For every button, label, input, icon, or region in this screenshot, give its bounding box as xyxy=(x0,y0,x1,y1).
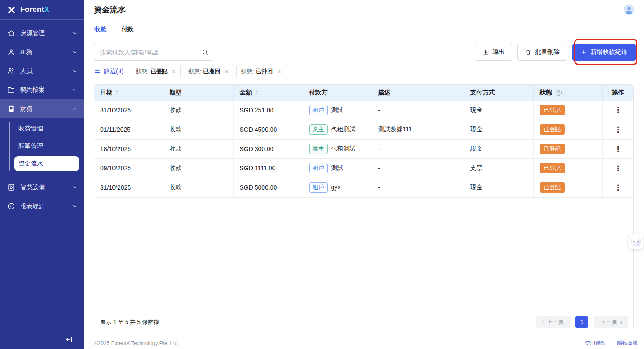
sidebar-nav: 房源管理 租務 人員 xyxy=(0,20,84,216)
more-actions-icon[interactable]: ⋮ xyxy=(614,183,622,192)
filter-chip-withdrawn: 狀態: 已撤回 ✕ xyxy=(184,65,233,78)
terms-link[interactable]: 使用條款 xyxy=(585,339,606,347)
chevron-down-icon xyxy=(72,87,77,92)
search-box xyxy=(94,44,213,61)
sidebar-item-fund-flow[interactable]: 資金流水 xyxy=(14,156,79,171)
tab-payments[interactable]: 付款 xyxy=(121,19,134,40)
more-actions-icon[interactable]: ⋮ xyxy=(614,126,622,134)
sidebar-item-leasing[interactable]: 租務 xyxy=(0,43,84,61)
current-page-button[interactable]: 1 xyxy=(575,316,588,328)
table-row: 01/11/2025 收款 SGD 4500.00 業主包租測試 測試數據111… xyxy=(94,120,633,139)
payer-tag: 租戶 xyxy=(309,182,328,193)
footer-links: 使用條款 隱私政策 xyxy=(585,339,638,347)
trash-icon xyxy=(525,49,532,56)
sidebar-item-fee-management[interactable]: 收費管理 xyxy=(0,120,84,137)
search-icon[interactable] xyxy=(202,49,209,56)
batch-delete-button[interactable]: 批量刪除 xyxy=(517,44,567,61)
page-title: 資金流水 xyxy=(94,4,126,15)
smart-device-icon xyxy=(7,183,15,191)
export-button[interactable]: 導出 xyxy=(475,44,512,61)
sidebar-item-properties[interactable]: 房源管理 xyxy=(0,24,84,43)
transactions-table-card: 日期 類型 金額 付款方 描述 xyxy=(94,84,634,331)
tab-receipts[interactable]: 收款 xyxy=(94,19,107,40)
footer-divider xyxy=(611,341,611,346)
copyright-text: ©2025 ForentX Technology Pte. Ltd. xyxy=(94,340,179,346)
filter-chip-reversed: 狀態: 已沖回 ✕ xyxy=(236,65,286,78)
sidebar-item-bill-management[interactable]: 賬單管理 xyxy=(0,137,84,155)
prev-page-button[interactable]: ‹ 上一頁 xyxy=(536,316,570,328)
users-icon xyxy=(7,67,15,75)
filter-button[interactable]: 篩選(3) xyxy=(94,68,123,76)
chevron-down-icon xyxy=(72,185,77,190)
column-header-method: 支付方式 xyxy=(464,85,533,101)
assistant-widget-button[interactable]: >‿< xyxy=(629,234,643,249)
sidebar: ForentX 房源管理 租務 xyxy=(0,0,84,349)
pagination-controls: ‹ 上一頁 1 下一頁 › xyxy=(536,316,628,328)
sort-icon[interactable] xyxy=(115,90,119,96)
brand-logo: ForentX xyxy=(0,0,84,19)
sidebar-item-reports[interactable]: 報表統計 xyxy=(0,197,84,216)
column-header-status: 狀態 ? xyxy=(533,85,602,101)
sidebar-item-finance[interactable]: 財務 xyxy=(0,99,84,118)
chevron-right-icon: › xyxy=(620,319,622,325)
chevron-down-icon xyxy=(72,50,77,54)
sort-icon[interactable] xyxy=(255,90,259,96)
pagination-bar: 展示 1 至 5 共 5 條數據 ‹ 上一頁 1 下一頁 › xyxy=(94,313,633,331)
folder-icon xyxy=(7,86,15,94)
close-icon[interactable]: ✕ xyxy=(277,69,281,75)
close-icon[interactable]: ✕ xyxy=(172,69,176,75)
search-input[interactable] xyxy=(94,44,213,61)
clock-chart-icon xyxy=(7,202,15,210)
add-receipt-record-button[interactable]: 新增收款紀錄 xyxy=(572,44,636,61)
chevron-up-icon xyxy=(72,106,77,111)
footer: ©2025 ForentX Technology Pte. Ltd. 使用條款 … xyxy=(84,337,644,349)
sidebar-item-contracts[interactable]: 契約檔案 xyxy=(0,80,84,99)
status-badge: 已登記 xyxy=(540,144,565,154)
topbar: 資金流水 xyxy=(84,0,644,19)
column-header-description: 描述 xyxy=(372,85,464,101)
status-badge: 已登記 xyxy=(540,182,565,193)
table-row: 18/10/2025 收款 SGD 300.00 業主包租測試 - 現金 已登記… xyxy=(94,139,633,158)
chevron-left-icon: ‹ xyxy=(542,319,544,325)
finance-document-icon xyxy=(7,104,15,113)
table-row: 09/10/2025 收款 SGD 1111.00 租戶測試 - 支票 已登記 … xyxy=(94,158,633,178)
column-header-actions: 操作 xyxy=(602,85,633,101)
chevron-down-icon xyxy=(72,31,77,36)
next-page-button[interactable]: 下一頁 › xyxy=(594,316,628,328)
sidebar-collapse-button[interactable] xyxy=(64,335,74,344)
chevron-down-icon xyxy=(72,68,77,73)
column-header-amount: 金額 xyxy=(233,85,303,101)
tab-bar: 收款 付款 xyxy=(84,19,644,40)
column-header-type: 類型 xyxy=(163,85,233,101)
status-badge: 已登記 xyxy=(540,105,565,115)
table-row: 31/10/2025 收款 SGD 5000.00 租戶gyx - 現金 已登記… xyxy=(94,178,633,197)
chevron-down-icon xyxy=(72,204,77,209)
close-icon[interactable]: ✕ xyxy=(224,69,228,75)
column-header-payer: 付款方 xyxy=(303,85,372,101)
filter-sliders-icon xyxy=(94,68,101,75)
status-badge: 已登記 xyxy=(540,124,565,135)
toolbar: 導出 批量刪除 新增收款紀錄 xyxy=(84,44,644,61)
more-actions-icon[interactable]: ⋮ xyxy=(614,145,622,153)
payer-tag: 業主 xyxy=(309,144,328,154)
payer-tag: 業主 xyxy=(309,124,328,135)
column-header-date: 日期 xyxy=(94,85,163,101)
help-icon[interactable]: ? xyxy=(556,90,562,96)
more-actions-icon[interactable]: ⋮ xyxy=(614,164,622,173)
more-actions-icon[interactable]: ⋮ xyxy=(614,106,622,114)
finance-submenu: 收費管理 賬單管理 資金流水 xyxy=(0,118,84,176)
privacy-link[interactable]: 隱私政策 xyxy=(617,339,638,347)
brand-name: ForentX xyxy=(20,5,49,14)
sidebar-item-personnel[interactable]: 人員 xyxy=(0,61,84,80)
user-avatar[interactable] xyxy=(624,4,634,15)
brand-x-icon xyxy=(7,5,16,14)
table-row: 31/10/2025 收款 SGD 251.00 租戶測試 - 現金 已登記 ⋮ xyxy=(94,101,633,120)
pagination-summary: 展示 1 至 5 共 5 條數據 xyxy=(100,318,159,326)
sidebar-item-smart-devices[interactable]: 智慧設備 xyxy=(0,178,84,197)
app-window: ForentX 房源管理 租務 xyxy=(0,0,644,349)
assistant-face-icon: >‿< xyxy=(631,237,641,246)
user-icon xyxy=(7,48,15,56)
collapse-arrow-icon xyxy=(64,335,74,344)
home-icon xyxy=(7,29,15,37)
status-badge: 已登記 xyxy=(540,163,565,173)
